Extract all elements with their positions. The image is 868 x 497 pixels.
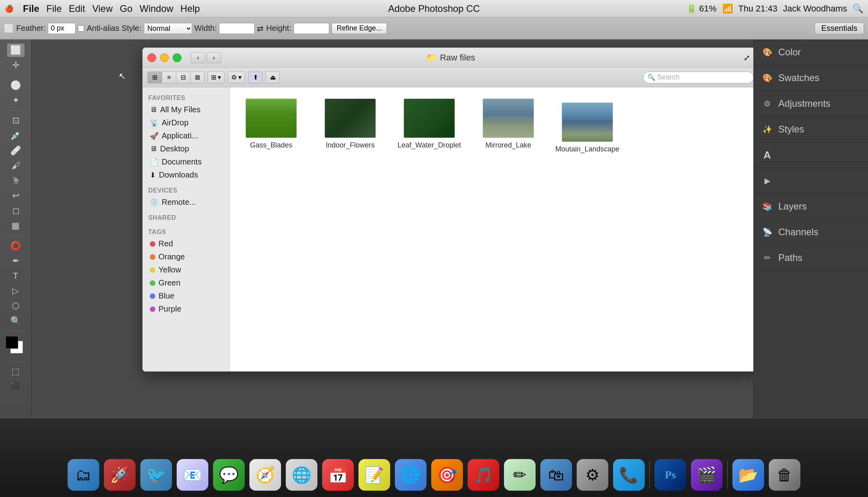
gradient-tool[interactable]: ▦ [7, 219, 25, 232]
expand-button[interactable]: ⤢ [740, 52, 753, 63]
apple-menu[interactable]: 🍎 [5, 4, 13, 13]
dock-vlc[interactable]: 🎯 [431, 459, 463, 491]
quick-mask-tool[interactable]: ⬚ [7, 365, 25, 378]
zoom-tool[interactable]: 🔍 [7, 314, 25, 328]
magic-wand-tool[interactable]: ✦ [7, 94, 25, 107]
height-input[interactable] [294, 23, 329, 34]
eyedropper-tool[interactable]: 💉 [7, 129, 25, 142]
dock-twitter[interactable]: 🐦 [140, 459, 172, 491]
panel-swatches[interactable]: 🎨 Swatches [754, 65, 868, 91]
dock-safari[interactable]: 🧭 [249, 459, 281, 491]
forward-button[interactable]: › [207, 52, 221, 63]
refine-edge-button[interactable]: Refine Edge... [332, 23, 387, 34]
move-tool[interactable]: ✛ [7, 59, 25, 72]
search-icon[interactable]: 🔍 [853, 4, 863, 14]
panel-type[interactable]: A [754, 142, 868, 168]
style-select[interactable]: Normal Fixed Ratio Fixed Size [144, 23, 192, 34]
dock-trash[interactable]: 🗑 [769, 459, 800, 491]
width-input[interactable] [219, 23, 255, 34]
dock-settings[interactable]: ⚙ [577, 459, 608, 491]
dock-files[interactable]: 📂 [732, 459, 764, 491]
maximize-button[interactable] [173, 53, 181, 62]
icon-view-btn[interactable]: ⊞ [147, 72, 162, 83]
dock-notes[interactable]: 📝 [359, 459, 390, 491]
anti-alias-checkbox[interactable] [78, 25, 84, 32]
brush-tool[interactable]: 🖌 [7, 159, 25, 172]
column-view-btn[interactable]: ⊟ [176, 72, 190, 83]
feather-input[interactable] [48, 23, 75, 34]
dock-calendar[interactable]: 📅 [322, 459, 354, 491]
panel-adjustments[interactable]: ⚙ Adjustments [754, 91, 868, 117]
color-swatches[interactable] [5, 336, 27, 358]
dock-music[interactable]: 🎵 [468, 459, 499, 491]
panel-paths[interactable]: ✏ Paths [754, 245, 868, 271]
arrange-button[interactable]: ⊞ ▾ [208, 72, 225, 83]
sidebar-tag-red[interactable]: Red [144, 237, 228, 250]
type-tool[interactable]: T [7, 269, 25, 283]
menu-finder[interactable]: File [23, 3, 39, 14]
file-item-mountain[interactable]: Moutain_Landscape [554, 99, 621, 157]
heal-tool[interactable]: 🩹 [7, 144, 25, 157]
menu-view[interactable]: View [92, 3, 113, 14]
sidebar-tag-blue[interactable]: Blue [144, 289, 228, 302]
shape-tool[interactable]: ⬡ [7, 299, 25, 313]
crop-tool[interactable]: ⊡ [7, 114, 25, 127]
back-button[interactable]: ‹ [191, 52, 205, 63]
lasso-tool[interactable]: ⚪ [7, 79, 25, 92]
dock-globe[interactable]: 🌐 [395, 459, 426, 491]
selection-tool-icon[interactable]: ⬜ [4, 24, 14, 33]
dock-launchpad[interactable]: 🚀 [104, 459, 136, 491]
sidebar-applications[interactable]: 🚀 Applicati... [144, 129, 228, 142]
menu-edit[interactable]: Edit [69, 3, 85, 14]
close-button[interactable] [147, 53, 156, 62]
panel-color[interactable]: 🎨 Color [754, 40, 868, 65]
marquee-tool[interactable]: ⬜ [7, 43, 25, 57]
swap-icon[interactable]: ⇄ [257, 24, 264, 33]
essentials-button[interactable]: Essentials [815, 23, 864, 34]
dock-skype[interactable]: 📞 [613, 459, 645, 491]
menu-help[interactable]: Help [180, 3, 200, 14]
sidebar-all-files[interactable]: 🖥 All My Files [144, 103, 228, 116]
fg-color-swatch[interactable] [6, 336, 18, 349]
screen-mode-tool[interactable]: ⬛ [7, 380, 25, 393]
sidebar-tag-purple[interactable]: Purple [144, 302, 228, 316]
list-view-btn[interactable]: ≡ [162, 72, 176, 83]
cover-flow-btn[interactable]: ⊠ [190, 72, 204, 83]
file-item-lake[interactable]: Mirrored_Lake [475, 95, 542, 157]
dock-appstore[interactable]: 🛍 [540, 459, 572, 491]
panel-layers[interactable]: 📚 Layers [754, 194, 868, 219]
dock-mail[interactable]: 📧 [177, 459, 208, 491]
file-item-flowers[interactable]: Indoor_Flowers [317, 95, 384, 157]
clone-tool[interactable]: 🖱 [7, 174, 25, 187]
sidebar-documents[interactable]: 📄 Documents [144, 155, 228, 168]
panel-channels[interactable]: 📡 Channels [754, 219, 868, 245]
sidebar-airdrop[interactable]: 📡 AirDrop [144, 116, 228, 129]
search-box[interactable]: 🔍 Search [643, 72, 753, 83]
menu-file[interactable]: File [46, 3, 62, 14]
action-button[interactable]: ⚙ ▾ [228, 72, 245, 83]
sidebar-tag-orange[interactable]: Orange [144, 250, 228, 263]
history-brush[interactable]: ↩ [7, 189, 25, 202]
dock-film[interactable]: 🎬 [691, 459, 723, 491]
eject-button[interactable]: ⏏ [266, 72, 280, 83]
sidebar-tag-yellow[interactable]: Yellow [144, 263, 228, 276]
dock-finder[interactable]: 🗂 [68, 459, 99, 491]
menu-go[interactable]: Go [120, 3, 132, 14]
panel-styles[interactable]: ✨ Styles [754, 117, 868, 142]
path-tool[interactable]: ▷ [7, 284, 25, 298]
dock-pencil[interactable]: ✏ [504, 459, 536, 491]
sidebar-remote[interactable]: 💿 Remote... [144, 196, 228, 209]
pen-tool[interactable]: ✒ [7, 254, 25, 268]
dock-messages[interactable]: 💬 [213, 459, 245, 491]
dock-chrome[interactable]: 🌐 [286, 459, 317, 491]
sidebar-downloads[interactable]: ⬇ Downloads [144, 168, 228, 181]
dock-photoshop[interactable]: Ps [655, 459, 686, 491]
dodge-tool[interactable]: ⭕ [7, 239, 25, 253]
panel-nav[interactable]: ▶ [754, 168, 868, 194]
sidebar-desktop[interactable]: 🖥 Desktop [144, 142, 228, 155]
share-button[interactable]: ⬆ [248, 72, 262, 83]
sidebar-tag-green[interactable]: Green [144, 276, 228, 289]
eraser-tool[interactable]: ◻ [7, 204, 25, 217]
menu-window[interactable]: Window [140, 3, 173, 14]
file-item-leaf[interactable]: Leaf_Water_Droplet [396, 95, 463, 157]
